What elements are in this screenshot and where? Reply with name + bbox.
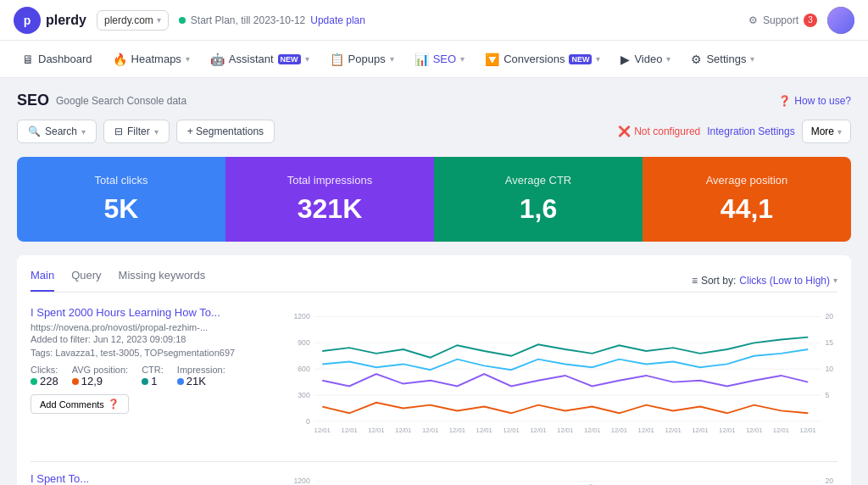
dashboard-icon: 🖥 xyxy=(22,53,34,66)
nav-label-conversions: Conversions xyxy=(504,53,565,65)
svg-text:20: 20 xyxy=(826,477,834,485)
svg-text:12/01: 12/01 xyxy=(341,426,357,434)
nav-item-assistant[interactable]: 🤖 Assistant NEW ▾ xyxy=(202,47,318,71)
svg-text:12/01: 12/01 xyxy=(638,426,654,434)
svg-text:12/01: 12/01 xyxy=(476,426,492,434)
navbar: 🖥 Dashboard 🔥 Heatmaps ▾ 🤖 Assistant NEW… xyxy=(0,41,868,78)
popups-icon: 📋 xyxy=(330,53,344,66)
svg-text:12/01: 12/01 xyxy=(503,426,519,434)
more-chevron-icon: ▾ xyxy=(837,127,842,137)
stat-clicks: Clicks: 228 xyxy=(31,365,58,387)
svg-text:600: 600 xyxy=(298,365,310,373)
sort-icon: ≡ xyxy=(692,275,698,287)
conversions-new-badge: NEW xyxy=(569,54,592,64)
assistant-chevron-icon: ▾ xyxy=(305,54,309,64)
ctr-value: 1 xyxy=(142,375,164,387)
avgpos-dot-icon xyxy=(72,378,79,385)
page-subtitle: Google Search Console data xyxy=(56,95,186,107)
ctr-dot-icon xyxy=(142,378,148,385)
filter-button[interactable]: ⊟ Filter ▾ xyxy=(103,120,170,143)
impression-value: 21K xyxy=(177,375,225,387)
nav-item-video[interactable]: ▶ Video ▾ xyxy=(612,47,679,71)
sort-value[interactable]: Clicks (Low to High) xyxy=(739,275,830,287)
search-label: Search xyxy=(45,125,77,137)
article-stats: Clicks: 228 AVG position: 12,9 CTR: xyxy=(31,365,268,387)
stat-impression: Impression: 21K xyxy=(177,365,225,387)
nav-label-seo: SEO xyxy=(433,53,456,65)
sort-controls: ≡ Sort by: Clicks (Low to High) ▾ xyxy=(692,269,837,292)
stat-value-impressions: 321K xyxy=(239,193,420,225)
article-tags: Tags: Lavazza1, test-3005, TOPsegmentati… xyxy=(31,348,268,358)
assistant-new-badge: NEW xyxy=(278,54,301,64)
svg-text:12/01: 12/01 xyxy=(395,426,411,434)
svg-text:12/01: 12/01 xyxy=(422,426,438,434)
nav-item-seo[interactable]: 📊 SEO ▾ xyxy=(406,47,473,71)
stat-card-total-impressions: Total impressions 321K xyxy=(225,157,434,242)
svg-text:1200: 1200 xyxy=(293,477,309,485)
seo-chevron-icon: ▾ xyxy=(460,54,465,64)
article-title-2[interactable]: I Spent To... xyxy=(31,472,268,485)
stat-ctr: CTR: 1 xyxy=(142,365,164,387)
domain-selector[interactable]: plerdy.com ▾ xyxy=(97,10,169,31)
support-button[interactable]: ⚙ Support 3 xyxy=(748,14,817,27)
nav-item-conversions[interactable]: 🔽 Conversions NEW ▾ xyxy=(476,47,609,71)
article-row-2: I Spent To... 1200 20 xyxy=(31,461,837,485)
avatar[interactable] xyxy=(827,7,854,34)
question-icon: ❓ xyxy=(778,95,791,107)
svg-text:300: 300 xyxy=(298,391,310,399)
plan-text: Start Plan, till 2023-10-12 xyxy=(191,14,305,26)
article-url: https://novena.pro/novosti/propal-rezhim… xyxy=(31,322,268,332)
tab-query[interactable]: Query xyxy=(71,269,101,292)
svg-text:20: 20 xyxy=(826,312,834,321)
more-label: More xyxy=(811,125,834,137)
article-chart: 1200 900 600 300 0 20 15 10 5 xyxy=(281,306,837,444)
settings-chevron-icon: ▾ xyxy=(750,54,754,64)
tab-main[interactable]: Main xyxy=(31,269,54,292)
logo-text: plerdy xyxy=(46,13,86,28)
tab-missing-keywords[interactable]: Missing keywords xyxy=(119,269,206,292)
svg-text:12/01: 12/01 xyxy=(611,426,627,434)
stat-value-clicks: 5K xyxy=(31,193,212,225)
line-chart-2: 1200 20 xyxy=(281,472,837,485)
add-comments-button[interactable]: Add Comments ❓ xyxy=(31,394,129,414)
clicks-value: 228 xyxy=(31,375,58,387)
nav-item-heatmaps[interactable]: 🔥 Heatmaps ▾ xyxy=(104,47,198,71)
segmentations-button[interactable]: + Segmentations xyxy=(176,120,275,143)
update-plan-link[interactable]: Update plan xyxy=(310,14,365,26)
article-title[interactable]: I Spent 2000 Hours Learning How To... xyxy=(31,306,268,319)
search-button[interactable]: 🔍 Search ▾ xyxy=(17,120,97,143)
not-configured-text: Not configured xyxy=(634,125,700,137)
plan-dot-icon xyxy=(179,17,186,24)
svg-text:12/01: 12/01 xyxy=(314,426,331,434)
how-to-link[interactable]: ❓ How to use? xyxy=(778,95,851,107)
integration-settings-link[interactable]: Integration Settings xyxy=(707,125,794,137)
popups-chevron-icon: ▾ xyxy=(390,54,394,64)
domain-text: plerdy.com xyxy=(104,14,153,26)
svg-text:12/01: 12/01 xyxy=(584,426,600,434)
stat-card-avg-ctr: Average CTR 1,6 xyxy=(434,157,643,242)
stat-card-avg-position: Average position 44,1 xyxy=(643,157,851,242)
add-comments-label: Add Comments xyxy=(40,399,104,410)
clicks-label: Clicks: xyxy=(31,365,58,375)
seo-icon: 📊 xyxy=(415,53,429,66)
nav-item-settings[interactable]: ⚙ Settings ▾ xyxy=(682,47,763,71)
video-icon: ▶ xyxy=(620,53,630,66)
avg-pos-label: AVG position: xyxy=(72,365,128,375)
search-icon: 🔍 xyxy=(28,125,41,137)
svg-text:1200: 1200 xyxy=(293,312,309,321)
clicks-dot-icon xyxy=(31,378,37,385)
svg-text:12/01: 12/01 xyxy=(665,426,681,434)
nav-label-video: Video xyxy=(634,53,662,65)
nav-label-settings: Settings xyxy=(706,53,746,65)
more-button[interactable]: More ▾ xyxy=(802,120,851,143)
svg-text:12/01: 12/01 xyxy=(530,426,546,434)
assistant-icon: 🤖 xyxy=(210,53,225,66)
stats-grid: Total clicks 5K Total impressions 321K A… xyxy=(17,157,851,242)
page-content: SEO Google Search Console data ❓ How to … xyxy=(0,78,868,485)
nav-item-popups[interactable]: 📋 Popups ▾ xyxy=(321,47,403,71)
article-row: I Spent 2000 Hours Learning How To... ht… xyxy=(31,306,837,444)
add-comments-icon: ❓ xyxy=(108,399,120,410)
sort-chevron-icon: ▾ xyxy=(833,276,837,285)
nav-item-dashboard[interactable]: 🖥 Dashboard xyxy=(14,47,101,71)
conversions-chevron-icon: ▾ xyxy=(596,54,600,64)
